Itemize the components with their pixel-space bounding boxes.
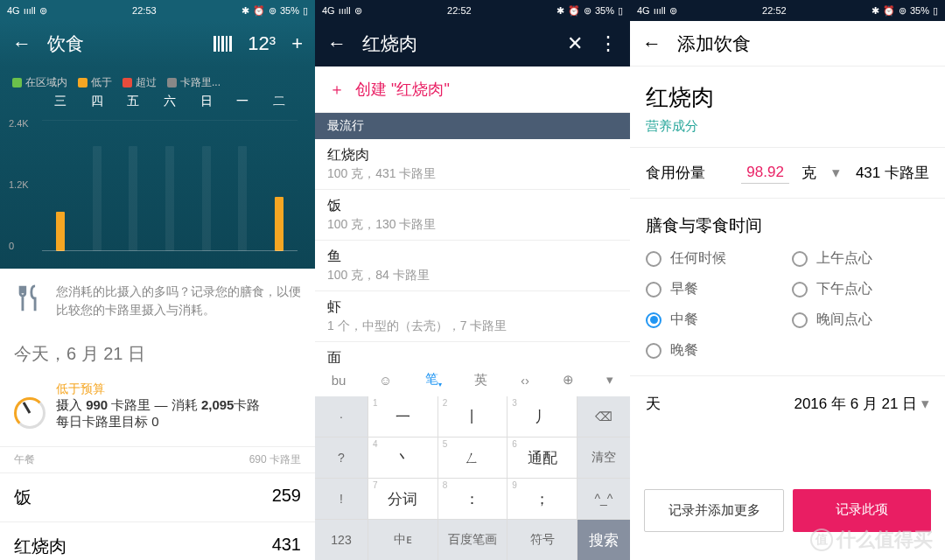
back-icon[interactable]: ← [12,32,32,55]
kb-key[interactable]: 百度笔画 [438,520,508,560]
summary-line-1: 摄入 990 卡路里 — 消耗 2,095卡路 [56,397,260,414]
search-query[interactable]: 红烧肉 [362,32,551,56]
signal-icon: ıııll [339,5,351,16]
meal-time-option[interactable]: 上午点心 [792,249,929,268]
kb-key[interactable]: 123 [315,520,368,560]
kb-tool[interactable]: bu [332,373,346,388]
kb-key[interactable]: · [315,396,368,437]
kb-key[interactable]: 搜索 [578,520,630,560]
summary-row: 低于预算 摄入 990 卡路里 — 消耗 2,095卡路 每日卡路里目标 0 [0,374,315,447]
log-button[interactable]: 记录此项 [793,489,931,532]
radio-icon [792,312,808,328]
create-food-row[interactable]: ＋ 创建 "红烧肉" [315,66,630,113]
more-icon[interactable]: ⋮ [598,32,618,55]
kb-key[interactable]: ? [315,438,368,478]
portion-unit[interactable]: 克 [802,163,816,183]
kb-key[interactable]: 3丿 [508,396,577,437]
status-bar: 4Gıııll⊚ 22:52 ✱⏰⊚35%▯ [315,0,630,21]
day-label: 天 [646,394,661,414]
kb-tool[interactable]: ‹› [521,373,529,388]
kb-tool[interactable]: ☺ [379,373,392,388]
kb-tool[interactable]: 英 [474,372,487,388]
meal-time-header: 膳食与零食时间 [630,199,945,244]
dropdown-icon[interactable]: ▾ [832,164,840,182]
meal-time-option[interactable]: 下午点心 [792,280,929,298]
chart-bar[interactable] [238,146,247,251]
back-icon[interactable]: ← [642,32,662,55]
search-result[interactable]: 鱼100 克，84 卡路里 [315,241,630,291]
numeric-icon[interactable]: 12³ [248,32,276,55]
header: ← 红烧肉 ✕ ⋮ [315,21,630,66]
kb-key[interactable]: 符号 [508,520,577,560]
kb-key[interactable]: ⌫ [578,396,630,437]
legend-cal-swatch [167,78,177,88]
chart-bars: 2.4K1.2K0 [0,109,315,258]
radio-icon [646,282,662,298]
kb-key[interactable]: 1一 [368,396,438,437]
chart-bar[interactable] [93,146,102,251]
kb-key[interactable]: ^_^ [578,479,630,519]
log-add-more-button[interactable]: 记录并添加更多 [644,489,784,532]
kb-key[interactable]: 5ㄥ [438,438,508,478]
kb-key[interactable]: 7分词 [368,479,438,519]
food-row[interactable]: 饭259 [0,472,315,522]
budget-label: 低于预算 [56,382,260,397]
meal-time-option[interactable]: 晚餐 [646,341,783,360]
kb-key[interactable]: 中ᴇ [368,520,438,560]
barcode-icon[interactable] [214,36,232,52]
dropdown-icon: ▾ [921,396,929,412]
watermark: 值 什么值得买 [810,527,933,553]
kb-key[interactable]: 8： [438,479,508,519]
chart-bar[interactable] [275,197,284,251]
nutrition-link[interactable]: 营养成分 [630,118,945,148]
section-popular: 最流行 [315,113,630,139]
radio-icon [646,312,662,328]
food-name: 红烧肉 [630,66,945,118]
day-row[interactable]: 天 2016 年 6 月 21 日 ▾ [630,376,945,431]
plus-icon: ＋ [329,79,345,100]
kb-tool[interactable]: ▾ [606,372,613,388]
app-status-icon: ⊚ [354,5,362,17]
radio-icon [646,251,662,267]
search-result[interactable]: 饭100 克，130 卡路里 [315,190,630,241]
chart-bar[interactable] [129,146,137,251]
meal-time-option[interactable]: 任何时候 [646,249,783,268]
header: ← 饮食 12³ + [0,21,315,66]
gauge-icon [14,397,46,429]
day-value: 2016 年 6 月 21 日 [794,396,917,412]
keyboard-toolbar: bu☺笔▾英‹›⊕▾ [315,363,630,396]
chart-bar[interactable] [202,146,211,251]
kb-key[interactable]: 9； [508,479,577,519]
summary-line-2: 每日卡路里目标 0 [56,414,260,430]
chart-bar[interactable] [165,146,174,251]
chart-area: 在区域内 低于 超过 卡路里... 三四五六日一二 2.4K1.2K0 [0,66,315,269]
kb-tool[interactable]: 笔▾ [425,371,442,388]
food-row[interactable]: 红烧肉431 [0,522,315,560]
kb-key[interactable]: ! [315,479,368,519]
close-icon[interactable]: ✕ [567,32,583,55]
search-result[interactable]: 虾1 个，中型的（去壳），7 卡路里 [315,291,630,342]
legend-in-zone-swatch [12,78,22,88]
portion-row: 食用份量 98.92 克 ▾ 431 卡路里 [630,148,945,199]
kb-key[interactable]: 2丨 [438,396,508,437]
clock: 22:52 [447,5,472,16]
meal-time-option[interactable]: 中餐 [646,311,783,329]
chart-bar[interactable] [56,212,65,251]
kb-key[interactable]: 6通配 [508,438,577,478]
back-icon[interactable]: ← [327,32,346,55]
page-title: 添加饮食 [677,32,933,56]
search-result[interactable]: 红烧肉100 克，431 卡路里 [315,139,630,190]
kb-tool[interactable]: ⊕ [563,372,574,388]
portion-calories: 431 卡路里 [856,163,929,183]
plus-icon[interactable]: + [291,32,303,55]
kb-key[interactable]: 清空 [578,438,630,478]
meal-time-option[interactable]: 早餐 [646,280,783,298]
status-bar: 4G ıııll ⊚ 22:53 ✱ ⏰ ⊚ 35% ▯ [0,0,315,21]
clock: 22:53 [132,5,157,16]
radio-icon [792,251,808,267]
meal-time-option[interactable]: 晚间点心 [792,311,929,329]
wifi-icon: ⊚ [269,5,276,17]
clock: 22:52 [762,5,787,16]
portion-input[interactable]: 98.92 [741,162,789,184]
kb-key[interactable]: 4丶 [368,438,438,478]
